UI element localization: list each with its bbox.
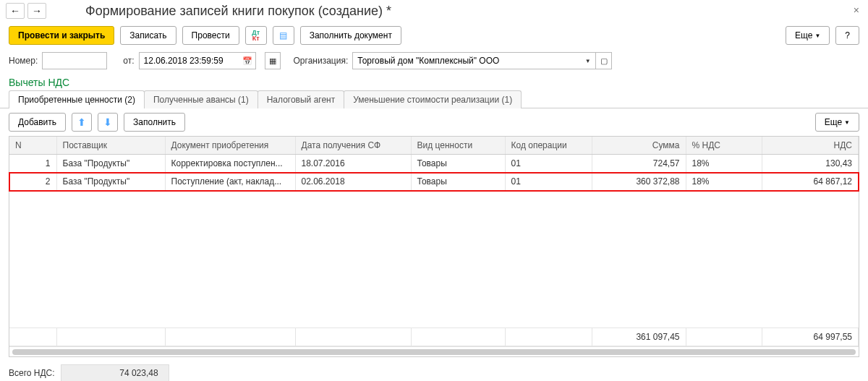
cell-vat: 64 867,12 bbox=[762, 173, 859, 191]
cell-sum: 360 372,88 bbox=[592, 173, 686, 191]
page-title: Формирование записей книги покупок (созд… bbox=[85, 4, 391, 19]
related-links-button[interactable]: ▤ bbox=[273, 26, 294, 45]
col-sum[interactable]: Сумма bbox=[592, 137, 686, 155]
more-button[interactable]: Еще ▼ bbox=[786, 26, 830, 45]
horizontal-scrollbar[interactable] bbox=[9, 346, 859, 356]
tab-tax-agent[interactable]: Налоговый агент bbox=[258, 90, 345, 108]
table-header-row: N Поставщик Документ приобретения Дата п… bbox=[9, 137, 859, 155]
back-button[interactable]: ← bbox=[6, 3, 25, 19]
close-icon[interactable]: × bbox=[854, 4, 859, 16]
cell-supplier: База "Продукты" bbox=[56, 173, 165, 191]
arrow-down-icon: ⬇ bbox=[103, 116, 112, 128]
tab-received-advances[interactable]: Полученные авансы (1) bbox=[144, 90, 258, 108]
col-doc[interactable]: Документ приобретения bbox=[165, 137, 295, 155]
cell-pct: 18% bbox=[686, 155, 762, 173]
total-vat: 64 997,55 bbox=[762, 328, 859, 346]
date-input[interactable] bbox=[139, 52, 240, 69]
save-button[interactable]: Записать bbox=[120, 26, 176, 45]
calendar-icon[interactable]: 📅 bbox=[240, 52, 256, 69]
table-row[interactable]: 1 База "Продукты" Корректировка поступле… bbox=[9, 155, 859, 173]
col-pct[interactable]: % НДС bbox=[686, 137, 762, 155]
number-label: Номер: bbox=[9, 56, 38, 66]
number-input[interactable] bbox=[42, 52, 107, 69]
cell-op: 01 bbox=[505, 173, 592, 191]
sub-more-button[interactable]: Еще ▼ bbox=[815, 113, 859, 132]
help-button[interactable]: ? bbox=[835, 26, 859, 45]
blank-area bbox=[9, 191, 859, 328]
col-op[interactable]: Код операции bbox=[505, 137, 592, 155]
chevron-down-icon: ▼ bbox=[844, 119, 850, 126]
cell-doc: Корректировка поступлен... bbox=[165, 155, 295, 173]
table-row[interactable]: 2 База "Продукты" Поступление (акт, накл… bbox=[9, 173, 859, 191]
org-label: Организация: bbox=[294, 56, 349, 66]
cell-vat: 130,43 bbox=[762, 155, 859, 173]
col-vat[interactable]: НДС bbox=[762, 137, 859, 155]
total-vat-value: 74 023,48 bbox=[61, 364, 169, 381]
values-table: N Поставщик Документ приобретения Дата п… bbox=[9, 137, 859, 346]
col-type[interactable]: Вид ценности bbox=[411, 137, 505, 155]
from-label: от: bbox=[123, 56, 134, 66]
total-vat-label: Всего НДС: bbox=[9, 368, 55, 378]
cell-date: 02.06.2018 bbox=[295, 173, 411, 191]
arrow-up-icon: ⬆ bbox=[77, 116, 86, 128]
col-n[interactable]: N bbox=[9, 137, 56, 155]
add-link-button[interactable]: ▦ bbox=[265, 52, 281, 69]
cell-date: 18.07.2016 bbox=[295, 155, 411, 173]
dtkt-button[interactable]: ДтКт bbox=[245, 26, 267, 45]
cell-sum: 724,57 bbox=[592, 155, 686, 173]
fill-button[interactable]: Заполнить bbox=[124, 113, 185, 132]
links-icon: ▤ bbox=[279, 30, 287, 40]
cell-n: 1 bbox=[9, 155, 56, 173]
chevron-down-icon: ▼ bbox=[814, 33, 820, 39]
cell-op: 01 bbox=[505, 155, 592, 173]
add-row-button[interactable]: Добавить bbox=[9, 113, 66, 132]
fill-document-button[interactable]: Заполнить документ bbox=[300, 26, 401, 45]
org-open-icon[interactable]: ▢ bbox=[596, 52, 612, 69]
col-date[interactable]: Дата получения СФ bbox=[295, 137, 411, 155]
tab-sales-decrease[interactable]: Уменьшение стоимости реализации (1) bbox=[344, 90, 522, 108]
tab-purchased-values[interactable]: Приобретенные ценности (2) bbox=[9, 90, 145, 108]
cell-supplier: База "Продукты" bbox=[56, 155, 165, 173]
forward-button[interactable]: → bbox=[27, 3, 46, 19]
cell-doc: Поступление (акт, наклад... bbox=[165, 173, 295, 191]
cell-type: Товары bbox=[411, 173, 505, 191]
section-title: Вычеты НДС bbox=[0, 72, 868, 90]
org-input[interactable] bbox=[352, 52, 580, 69]
col-supplier[interactable]: Поставщик bbox=[56, 137, 165, 155]
totals-row: 361 097,45 64 997,55 bbox=[9, 328, 859, 346]
cell-type: Товары bbox=[411, 155, 505, 173]
chevron-down-icon: ▼ bbox=[585, 58, 591, 64]
post-button[interactable]: Провести bbox=[182, 26, 239, 45]
total-sum: 361 097,45 bbox=[592, 328, 686, 346]
scroll-thumb[interactable] bbox=[12, 349, 856, 355]
cell-pct: 18% bbox=[686, 173, 762, 191]
cell-n: 2 bbox=[9, 173, 56, 191]
move-up-button[interactable]: ⬆ bbox=[72, 113, 92, 132]
dtkt-icon: ДтКт bbox=[252, 30, 260, 41]
move-down-button[interactable]: ⬇ bbox=[98, 113, 118, 132]
org-dropdown-icon[interactable]: ▼ bbox=[580, 52, 596, 69]
post-and-close-button[interactable]: Провести и закрыть bbox=[9, 26, 114, 45]
